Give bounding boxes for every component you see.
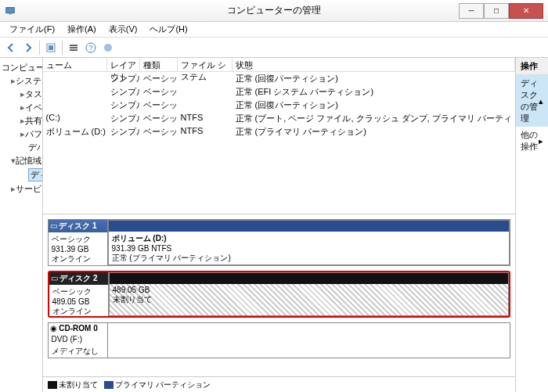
col-layout[interactable]: レイアウト — [107, 58, 140, 71]
col-status[interactable]: 状態 — [233, 58, 515, 71]
app-icon — [5, 5, 16, 16]
close-button[interactable]: ✕ — [509, 3, 543, 19]
disk-1-partition[interactable]: ボリューム (D:) 931.39 GB NTFS 正常 (プライマリ パーティ… — [108, 220, 510, 265]
legend: 未割り当て プライマリ パーティション — [43, 376, 515, 392]
tree-device-manager[interactable]: デバイス マネージャー — [2, 141, 41, 154]
disk-icon: ▭ — [50, 221, 57, 230]
menu-view[interactable]: 表示(V) — [103, 22, 144, 37]
volume-list[interactable]: ューム レイアウト 種類 ファイル システム 状態 シンプルベーシック正常 (回… — [43, 58, 515, 214]
tree-event-viewer[interactable]: ▸イベント ビューアー — [2, 101, 41, 114]
svg-rect-3 — [49, 45, 53, 50]
toolbar: ? — [0, 38, 548, 58]
forward-button[interactable] — [20, 40, 36, 56]
tree-services[interactable]: ▸サービスとアプリケーション — [2, 182, 41, 196]
svg-rect-5 — [70, 47, 78, 49]
col-volume[interactable]: ューム — [43, 58, 107, 71]
cdrom-icon: ◉ — [50, 324, 57, 333]
col-fs[interactable]: ファイル システム — [178, 58, 233, 71]
menubar: ファイル(F) 操作(A) 表示(V) ヘルプ(H) — [0, 22, 548, 38]
collapse-icon: ▴ — [539, 96, 543, 106]
actions-pane: 操作 ディスクの管理▴ 他の操作▸ — [516, 58, 548, 392]
actions-disk-management[interactable]: ディスクの管理▴ — [516, 75, 548, 127]
svg-rect-4 — [70, 45, 78, 46]
menu-action[interactable]: 操作(A) — [61, 22, 103, 37]
disk-1-header: ▭ ディスク 1 ベーシック931.39 GBオンライン — [49, 220, 108, 265]
menu-file[interactable]: ファイル(F) — [3, 22, 61, 37]
disk-icon: ▭ — [51, 274, 58, 282]
volume-row[interactable]: シンプルベーシック正常 (EFI システム パーティション) — [43, 85, 515, 99]
tree-task-scheduler[interactable]: ▸タスク スケジューラ — [2, 88, 41, 101]
nav-tree: コンピューターの管理 (ローカル) ▸システム ツール ▸タスク スケジューラ … — [0, 58, 43, 392]
svg-rect-6 — [70, 49, 78, 51]
menu-help[interactable]: ヘルプ(H) — [143, 22, 193, 37]
disk-2-header: ▭ ディスク 2 ベーシック489.05 GBオンライン — [49, 272, 109, 316]
tree-storage[interactable]: ▾記憶域 — [2, 154, 41, 167]
volume-row[interactable]: シンプルベーシック正常 (回復パーティション) — [43, 72, 515, 85]
tree-performance[interactable]: ▸パフォーマンス — [2, 128, 41, 141]
svg-rect-0 — [6, 7, 15, 13]
volume-row[interactable]: ボリューム (D:)シンプルベーシックNTFS正常 (プライマリ パーティション… — [43, 125, 515, 138]
minimize-button[interactable]: ─ — [459, 3, 484, 19]
chevron-right-icon: ▸ — [539, 136, 543, 146]
help-icon[interactable]: ? — [83, 40, 99, 56]
svg-text:?: ? — [88, 44, 92, 52]
actions-title: 操作 — [516, 58, 548, 75]
svg-point-9 — [104, 44, 112, 52]
tree-disk-management[interactable]: ディスクの管理 — [2, 167, 41, 182]
volume-row[interactable]: (C:)シンプルベーシックNTFS正常 (ブート, ページ ファイル, クラッシ… — [43, 112, 515, 125]
extra-icon[interactable] — [100, 40, 116, 56]
window-title: コンピューターの管理 — [227, 4, 321, 17]
disk-2-unallocated[interactable]: 489.05 GB 未割り当て — [109, 272, 509, 316]
maximize-button[interactable]: □ — [484, 3, 509, 19]
tree-root[interactable]: コンピューターの管理 (ローカル) — [2, 61, 41, 74]
disk-1[interactable]: ▭ ディスク 1 ベーシック931.39 GBオンライン ボリューム (D:) … — [48, 219, 510, 266]
view-icon[interactable] — [66, 40, 81, 56]
col-type[interactable]: 種類 — [140, 58, 178, 71]
volume-header: ューム レイアウト 種類 ファイル システム 状態 — [43, 58, 515, 72]
cdrom-header: ◉ CD-ROM 0 DVD (F:) メディアなし — [49, 323, 108, 358]
titlebar: コンピューターの管理 ─ □ ✕ — [0, 0, 548, 22]
disk-2[interactable]: ▭ ディスク 2 ベーシック489.05 GBオンライン 489.05 GB 未… — [48, 271, 510, 318]
refresh-icon[interactable] — [43, 40, 59, 56]
volume-row[interactable]: シンプルベーシック正常 (回復パーティション) — [43, 99, 515, 112]
back-button[interactable] — [3, 40, 19, 56]
disk-map: ▭ ディスク 1 ベーシック931.39 GBオンライン ボリューム (D:) … — [43, 214, 515, 376]
cdrom-0[interactable]: ◉ CD-ROM 0 DVD (F:) メディアなし — [48, 322, 510, 358]
actions-other[interactable]: 他の操作▸ — [516, 127, 548, 155]
tree-system-tools[interactable]: ▸システム ツール — [2, 74, 41, 88]
tree-shared-folders[interactable]: ▸共有フォルダー — [2, 114, 41, 128]
svg-rect-1 — [9, 13, 12, 14]
